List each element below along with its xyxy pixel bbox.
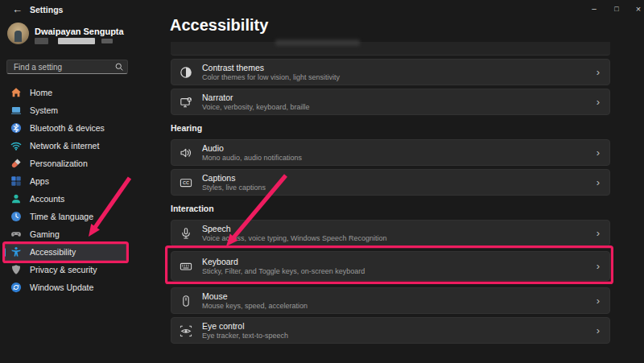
settings-card-contrast-themes[interactable]: Contrast themesColor themes for low visi…: [171, 59, 610, 85]
blurred-text: [275, 39, 360, 46]
redacted-info: [58, 38, 95, 44]
section-header-interaction: Interaction: [171, 202, 610, 215]
sidebar-nav: HomeSystemBluetooth & devicesNetwork & i…: [3, 84, 127, 296]
card-title: Captions: [202, 173, 266, 184]
sidebar-item-label: Apps: [30, 176, 49, 186]
card-title: Keyboard: [202, 257, 365, 267]
search-input[interactable]: [6, 60, 128, 74]
apps-icon: [10, 175, 22, 187]
card-title: Audio: [202, 143, 302, 154]
privacy-icon: [10, 264, 22, 275]
card-text: SpeechVoice access, voice typing, Window…: [202, 224, 387, 243]
personalization-icon: [10, 158, 22, 169]
card-title: Contrast themes: [202, 63, 340, 73]
mouse-icon: [180, 295, 192, 307]
card-subtitle: Styles, live captions: [202, 184, 266, 192]
sidebar-item-gaming[interactable]: Gaming: [3, 225, 127, 243]
time-icon: [10, 211, 22, 222]
back-icon[interactable]: ←: [12, 3, 23, 15]
card-text: AudioMono audio, audio notifications: [202, 143, 302, 163]
chevron-right-icon: ›: [597, 324, 600, 336]
chevron-right-icon: ›: [597, 227, 600, 239]
chevron-right-icon: ›: [597, 146, 600, 159]
settings-card-speech[interactable]: SpeechVoice access, voice typing, Window…: [171, 220, 610, 246]
sidebar-item-label: Accounts: [30, 194, 64, 204]
sidebar-item-time-language[interactable]: Time & language: [3, 208, 127, 225]
redacted-info: [35, 38, 48, 44]
network-icon: [10, 140, 22, 151]
card-title: Mouse: [202, 291, 308, 302]
sidebar-item-label: Gaming: [30, 229, 60, 239]
card-text: Contrast themesColor themes for low visi…: [202, 63, 340, 82]
narrator-icon: [180, 96, 192, 109]
settings-card-narrator[interactable]: NarratorVoice, verbosity, keyboard, brai…: [171, 89, 610, 115]
maximize-button[interactable]: □: [610, 2, 623, 15]
chevron-right-icon: ›: [597, 295, 600, 307]
card-subtitle: Sticky, Filter, and Toggle keys, on-scre…: [202, 267, 365, 276]
settings-card-captions[interactable]: CCCaptionsStyles, live captions›: [171, 169, 610, 196]
card-text: NarratorVoice, verbosity, keyboard, brai…: [202, 93, 309, 112]
user-name: Dwaipayan Sengupta: [35, 27, 124, 36]
avatar[interactable]: [7, 23, 29, 44]
partial-card: [171, 42, 610, 56]
minimize-button[interactable]: –: [588, 2, 601, 15]
settings-card-mouse[interactable]: MouseMouse keys, speed, acceleration›: [171, 287, 610, 314]
sidebar-item-home[interactable]: Home: [3, 84, 127, 101]
svg-text:CC: CC: [183, 180, 189, 185]
card-title: Speech: [202, 224, 387, 234]
settings-list: Contrast themesColor themes for low visi…: [171, 42, 610, 347]
sidebar-item-label: Windows Update: [30, 283, 93, 292]
card-subtitle: Voice access, voice typing, Windows Spee…: [202, 234, 387, 243]
card-subtitle: Eye tracker, text-to-speech: [202, 332, 288, 340]
gaming-icon: [10, 229, 22, 240]
card-text: CaptionsStyles, live captions: [202, 173, 266, 192]
card-text: MouseMouse keys, speed, acceleration: [202, 291, 308, 311]
card-text: KeyboardSticky, Filter, and Toggle keys,…: [202, 257, 365, 276]
sidebar-item-label: Time & language: [30, 212, 93, 221]
sidebar-item-privacy-security[interactable]: Privacy & security: [3, 261, 127, 278]
sidebar-item-label: Personalization: [30, 159, 88, 168]
close-button[interactable]: ×: [632, 2, 644, 15]
page-title: Accessibility: [170, 16, 268, 35]
redacted-info: [101, 39, 113, 43]
contrast-icon: [180, 66, 192, 79]
sidebar-item-label: Network & internet: [30, 141, 99, 151]
card-title: Narrator: [202, 93, 309, 103]
card-subtitle: Voice, verbosity, keyboard, braille: [202, 103, 309, 112]
sidebar-item-bluetooth-devices[interactable]: Bluetooth & devices: [3, 119, 127, 137]
card-subtitle: Color themes for low vision, light sensi…: [202, 73, 340, 82]
captions-icon: CC: [180, 176, 192, 189]
bluetooth-icon: [10, 122, 22, 134]
card-subtitle: Mono audio, audio notifications: [202, 154, 302, 163]
sidebar-item-accessibility[interactable]: Accessibility: [3, 243, 127, 261]
sidebar-item-accounts[interactable]: Accounts: [3, 190, 127, 208]
keyboard-icon: [180, 260, 192, 273]
chevron-right-icon: ›: [597, 96, 600, 108]
chevron-right-icon: ›: [597, 260, 600, 272]
sidebar-item-label: Bluetooth & devices: [30, 123, 105, 133]
settings-card-keyboard[interactable]: KeyboardSticky, Filter, and Toggle keys,…: [171, 251, 610, 281]
sidebar-item-apps[interactable]: Apps: [3, 172, 127, 190]
sidebar-item-label: Accessibility: [30, 247, 76, 257]
settings-card-eye-control[interactable]: Eye controlEye tracker, text-to-speech›: [171, 317, 610, 344]
card-subtitle: Mouse keys, speed, acceleration: [202, 302, 308, 311]
chevron-right-icon: ›: [597, 176, 600, 188]
sidebar-item-system[interactable]: System: [3, 101, 127, 119]
sidebar-item-label: System: [30, 105, 58, 115]
eye-control-icon: [180, 324, 192, 337]
system-icon: [10, 105, 22, 116]
selected-accent-pill: [3, 248, 6, 257]
speech-icon: [180, 227, 192, 240]
sidebar-item-label: Privacy & security: [30, 265, 97, 274]
home-icon: [10, 87, 22, 98]
sidebar-item-network-internet[interactable]: Network & internet: [3, 137, 127, 155]
sidebar-item-windows-update[interactable]: Windows Update: [3, 278, 127, 296]
sidebar-item-personalization[interactable]: Personalization: [3, 155, 127, 172]
settings-card-audio[interactable]: AudioMono audio, audio notifications›: [171, 139, 610, 166]
sidebar-item-label: Home: [30, 88, 52, 97]
section-header-hearing: Hearing: [171, 122, 610, 134]
app-title: Settings: [30, 5, 63, 14]
accounts-icon: [10, 193, 22, 204]
card-text: Eye controlEye tracker, text-to-speech: [202, 321, 288, 340]
audio-icon: [180, 146, 192, 159]
